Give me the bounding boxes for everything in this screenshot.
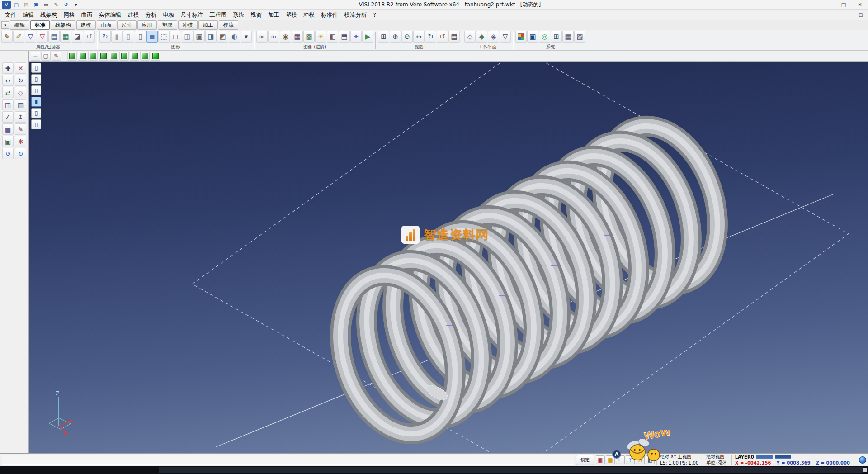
- layer-icon[interactable]: ▤: [2, 123, 14, 135]
- menu-?[interactable]: ?: [370, 10, 380, 20]
- plot-icon[interactable]: ✎: [52, 1, 61, 9]
- tab-加工[interactable]: 加工: [198, 20, 218, 30]
- menu-模流分析[interactable]: 模流分析: [341, 10, 370, 20]
- properties-icon[interactable]: ✎: [15, 123, 26, 135]
- view-menu-icon[interactable]: ≡: [31, 52, 40, 61]
- advanced-render-icon[interactable]: ✦: [350, 31, 362, 43]
- pan-hand-icon[interactable]: ✚: [2, 62, 14, 74]
- regenerate-icon[interactable]: ↻: [99, 31, 111, 43]
- cylinder-solid-icon[interactable]: ▮: [111, 31, 123, 43]
- clip-display-icon[interactable]: ▯: [31, 119, 41, 129]
- menu-加工[interactable]: 加工: [265, 10, 283, 20]
- box-edges-icon[interactable]: ◨: [205, 31, 217, 43]
- solid-display-icon[interactable]: ▮: [31, 97, 41, 107]
- menu-电极[interactable]: 电极: [160, 10, 178, 20]
- mirror-icon[interactable]: ⇄: [2, 87, 14, 98]
- attribute-copy-icon[interactable]: ✐: [13, 31, 24, 43]
- menu-视窗[interactable]: 视窗: [247, 10, 265, 20]
- vertex-display-icon[interactable]: ▯: [31, 63, 41, 73]
- background-icon[interactable]: ⬒: [339, 31, 350, 43]
- layer-indicator[interactable]: LAYER0: [731, 455, 857, 460]
- wireframe-icon[interactable]: ⬚: [158, 31, 170, 43]
- move-icon[interactable]: ↔: [2, 75, 14, 86]
- system-monitor-icon[interactable]: ▣: [527, 31, 538, 43]
- view-sketch-icon[interactable]: ✎: [52, 52, 61, 61]
- filter-color-icon[interactable]: ▽: [37, 31, 48, 43]
- tab-编辑[interactable]: 编辑: [10, 20, 29, 30]
- array-icon[interactable]: ▦: [15, 99, 26, 110]
- view-iso-ne-cube-icon[interactable]: [130, 52, 139, 61]
- attribute-edit-icon[interactable]: ✎: [1, 31, 13, 43]
- globe-icon[interactable]: ◎: [539, 31, 550, 43]
- settings-icon[interactable]: ▨: [574, 31, 585, 43]
- cylinder-wire-icon[interactable]: ▯: [135, 31, 146, 43]
- menu-冲模[interactable]: 冲模: [300, 10, 318, 20]
- cylinder-shaded-icon[interactable]: ▯: [123, 31, 134, 43]
- box-shade-icon[interactable]: ▣: [193, 31, 205, 43]
- edge-display-icon[interactable]: ▯: [31, 74, 41, 84]
- image-grid-icon[interactable]: ▦: [292, 31, 303, 43]
- view-iso-cube-icon[interactable]: [151, 52, 160, 61]
- view-bottom-cube-icon[interactable]: [78, 52, 87, 61]
- cylinder-pair-icon[interactable]: ◫: [182, 31, 193, 43]
- window-close-button[interactable]: ✕: [852, 0, 868, 9]
- open-file-icon[interactable]: ▤: [22, 1, 31, 9]
- print-icon[interactable]: ▭: [42, 1, 51, 9]
- window-minimize-button[interactable]: ─: [819, 0, 835, 9]
- pan-icon[interactable]: ↔: [413, 31, 425, 43]
- stereo-glasses-icon[interactable]: ∞: [256, 31, 268, 43]
- assistant-button[interactable]: A: [612, 450, 621, 459]
- tab-应用[interactable]: 应用: [137, 20, 157, 30]
- menu-文件[interactable]: 文件: [2, 10, 19, 20]
- workplane-icon[interactable]: ◇: [464, 31, 476, 43]
- menu-系统[interactable]: 系统: [230, 10, 247, 20]
- tab-overflow-button[interactable]: ▾: [1, 21, 9, 29]
- table-icon[interactable]: ▦: [562, 31, 574, 43]
- selection-mask-icon[interactable]: ◪: [72, 31, 83, 43]
- filter-elements-icon[interactable]: ▽: [25, 31, 36, 43]
- translucency-icon[interactable]: ◐: [229, 31, 240, 43]
- lock-toggle[interactable]: 锁定: [576, 455, 594, 465]
- stereo-glasses-2-icon[interactable]: ∞: [268, 31, 279, 43]
- menu-建模[interactable]: 建模: [125, 10, 142, 20]
- graphics-options-icon[interactable]: ▾: [241, 31, 252, 43]
- tab-建模[interactable]: 建模: [76, 20, 96, 30]
- menu-工程图[interactable]: 工程图: [207, 10, 230, 20]
- menu-曲面[interactable]: 曲面: [78, 10, 96, 20]
- previous-view-icon[interactable]: ↺: [437, 31, 448, 43]
- reset-filters-icon[interactable]: ↺: [84, 31, 95, 43]
- desktop-mascot[interactable]: WoW: [621, 430, 671, 466]
- measure-angle-icon[interactable]: ∠: [2, 111, 14, 123]
- new-file-icon[interactable]: ▢: [12, 1, 21, 9]
- snap-settings-icon[interactable]: ▣: [596, 455, 605, 464]
- face-display-icon[interactable]: ▯: [31, 85, 41, 95]
- workplane-list-icon[interactable]: ▽: [500, 31, 511, 43]
- delete-icon[interactable]: ✕: [15, 62, 26, 74]
- tab-塑膜[interactable]: 塑膜: [158, 20, 177, 30]
- view-blank-icon[interactable]: ▢: [41, 52, 51, 61]
- hidden-line-icon[interactable]: ◻: [170, 31, 181, 43]
- dimension-icon[interactable]: ↕: [15, 111, 26, 123]
- menu-网格[interactable]: 网格: [61, 10, 78, 20]
- menu-线架构[interactable]: 线架构: [37, 10, 61, 20]
- menu-标准件[interactable]: 标准件: [318, 10, 341, 20]
- doc-minimize-button[interactable]: ─: [844, 11, 855, 19]
- view-top-cube-icon[interactable]: [67, 52, 77, 61]
- texture-icon[interactable]: ▩: [303, 31, 315, 43]
- snapshot-icon[interactable]: ◉: [280, 31, 291, 43]
- quick-access-options-icon[interactable]: ▾: [71, 1, 80, 9]
- view-front-cube-icon[interactable]: [88, 52, 98, 61]
- workplane-rotate-icon[interactable]: ◈: [488, 31, 499, 43]
- viewport-3d[interactable]: Z 智造资料网 ▯▯▯▮▯▯: [29, 62, 868, 453]
- zoom-window-icon[interactable]: ⊞: [378, 31, 389, 43]
- menu-编辑[interactable]: 编辑: [19, 10, 37, 20]
- tab-标准[interactable]: 标准: [30, 20, 50, 30]
- redo-edit-icon[interactable]: ↻: [15, 148, 26, 159]
- view-left-cube-icon[interactable]: [109, 52, 118, 61]
- transparent-display-icon[interactable]: ▯: [31, 108, 41, 118]
- shading-on-icon[interactable]: ◼: [146, 31, 158, 43]
- rotate-view-icon[interactable]: ↻: [425, 31, 436, 43]
- view-back-cube-icon[interactable]: [99, 52, 108, 61]
- layer-color-swatch[interactable]: [756, 455, 773, 459]
- absolute-view-indicator[interactable]: 绝对视图: [703, 454, 731, 460]
